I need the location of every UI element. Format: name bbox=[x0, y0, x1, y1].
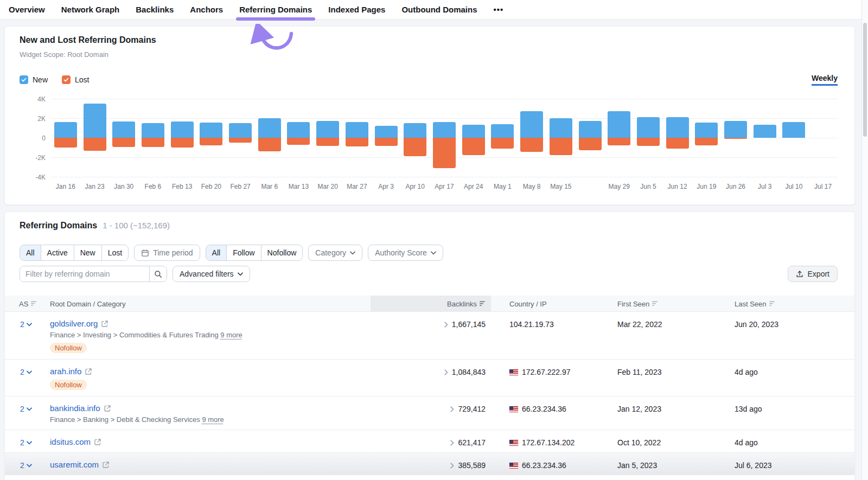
as-value[interactable]: 2 bbox=[5, 360, 43, 376]
chart-bar-group[interactable]: Feb 13 bbox=[168, 99, 197, 177]
page-scrollbar[interactable] bbox=[861, 0, 868, 480]
chart-bar-group[interactable]: Jun 26 bbox=[721, 99, 750, 177]
table-row[interactable]: 2 goldsilver.org Finance > Investing > C… bbox=[5, 312, 854, 360]
table-row[interactable]: 2 idsitus.com 621,417 172.67.134.202 Oct… bbox=[5, 430, 854, 453]
expand-row-icon[interactable] bbox=[450, 440, 454, 446]
table-row[interactable]: 2 usaremit.com 385,589 66.23.234.36 Jan … bbox=[5, 453, 854, 475]
time-period-label: Time period bbox=[153, 248, 193, 257]
expand-row-icon[interactable] bbox=[444, 322, 448, 328]
domain-link[interactable]: bankindia.info bbox=[50, 404, 100, 413]
external-link-icon bbox=[94, 439, 101, 445]
table-row[interactable]: 2 bankindia.info Finance > Banking > Deb… bbox=[5, 396, 854, 430]
column-header-root-domain[interactable]: Root Domain / Category bbox=[43, 300, 371, 308]
chart-bar-group[interactable]: Jul 3 bbox=[750, 99, 780, 177]
tab-outbound-domains[interactable]: Outbound Domains bbox=[401, 0, 477, 20]
follow-filter-all[interactable]: All bbox=[206, 245, 227, 260]
as-value[interactable]: 2 bbox=[5, 312, 43, 329]
expand-row-icon[interactable] bbox=[450, 463, 454, 469]
lost-bar bbox=[695, 138, 718, 145]
expand-row-icon[interactable] bbox=[450, 406, 454, 412]
column-header-country-ip[interactable]: Country / IP bbox=[491, 300, 616, 308]
export-button[interactable]: Export bbox=[788, 266, 838, 282]
column-header-first-seen[interactable]: First Seen bbox=[616, 300, 732, 308]
chart-bar-group[interactable]: Apr 3 bbox=[372, 99, 401, 177]
chart-bar-group[interactable]: Mar 13 bbox=[284, 99, 314, 177]
chart-bar-group[interactable]: Feb 6 bbox=[138, 99, 168, 177]
chart-bar-group[interactable]: Feb 20 bbox=[197, 99, 226, 177]
follow-filter-follow[interactable]: Follow bbox=[226, 245, 260, 260]
new-lost-bar-chart: 4K2K0-2K-4K Jan 16Jan 23Jan 30Feb 6Feb 1… bbox=[15, 99, 838, 177]
chart-bar-group[interactable]: Jun 19 bbox=[692, 99, 721, 177]
chart-bar-group[interactable]: May 15 bbox=[546, 99, 576, 177]
tab-anchors[interactable]: Anchors bbox=[190, 0, 223, 20]
ip-address: 66.23.234.36 bbox=[522, 405, 566, 413]
referring-domains-table-card: Referring Domains 1 - 100 (~152,169) All… bbox=[4, 212, 855, 480]
advanced-filters-dropdown[interactable]: Advanced filters bbox=[173, 266, 250, 282]
chart-bar-group[interactable]: Jul 10 bbox=[780, 99, 809, 177]
chart-bar-group[interactable]: Apr 10 bbox=[400, 99, 430, 177]
x-axis-tick: Jan 23 bbox=[80, 183, 110, 190]
follow-filter-nofollow[interactable]: Nofollow bbox=[261, 245, 303, 260]
us-flag-icon bbox=[509, 463, 518, 469]
chart-bar-group[interactable]: Jul 17 bbox=[808, 99, 838, 177]
lost-bar bbox=[491, 138, 514, 149]
search-button[interactable] bbox=[149, 266, 167, 281]
as-value[interactable]: 2 bbox=[5, 453, 43, 470]
ip-address: 172.67.222.97 bbox=[522, 368, 571, 376]
chart-bar-group[interactable]: May 8 bbox=[517, 99, 546, 177]
domain-link[interactable]: usaremit.com bbox=[50, 460, 99, 469]
weekly-period-toggle[interactable]: Weekly bbox=[812, 74, 838, 86]
chart-bar-group[interactable]: Mar 27 bbox=[342, 99, 372, 177]
chart-bar-group[interactable]: Jun 5 bbox=[634, 99, 663, 177]
y-axis-tick: -4K bbox=[35, 174, 46, 181]
category-dropdown[interactable]: Category bbox=[308, 245, 362, 261]
chart-bar-group[interactable]: Jan 16 bbox=[51, 99, 80, 177]
domain-link[interactable]: goldsilver.org bbox=[50, 319, 98, 328]
status-filter-all[interactable]: All bbox=[20, 245, 41, 260]
chart-bar-group[interactable]: Apr 24 bbox=[459, 99, 488, 177]
more-categories-link[interactable]: 9 more bbox=[220, 331, 242, 339]
column-header-backlinks[interactable]: Backlinks bbox=[371, 296, 491, 312]
chart-bar-group[interactable]: May 29 bbox=[604, 99, 634, 177]
time-period-button[interactable]: Time period bbox=[134, 245, 200, 261]
domain-link[interactable]: idsitus.com bbox=[50, 437, 91, 446]
column-header-last-seen[interactable]: Last Seen bbox=[732, 300, 854, 308]
checkbox-checked-icon bbox=[20, 75, 28, 84]
checkbox-checked-icon bbox=[62, 75, 71, 84]
x-axis-tick: Feb 6 bbox=[138, 183, 168, 190]
column-header-as[interactable]: AS bbox=[5, 300, 43, 308]
chart-bar-group[interactable]: Mar 6 bbox=[255, 99, 284, 177]
lost-bar bbox=[229, 138, 252, 143]
more-tabs-button[interactable]: ••• bbox=[494, 5, 504, 14]
as-value[interactable]: 2 bbox=[5, 396, 43, 413]
chart-bar-group[interactable]: Feb 27 bbox=[226, 99, 255, 177]
domain-filter-input[interactable] bbox=[20, 266, 149, 281]
tab-network-graph[interactable]: Network Graph bbox=[61, 0, 120, 20]
tab-indexed-pages[interactable]: Indexed Pages bbox=[328, 0, 385, 20]
scrollbar-thumb[interactable] bbox=[863, 23, 867, 137]
more-categories-link[interactable]: 9 more bbox=[202, 415, 224, 424]
tab-referring-domains[interactable]: Referring Domains bbox=[239, 0, 312, 20]
as-value[interactable]: 2 bbox=[5, 430, 43, 447]
chart-bar-group[interactable]: Mar 20 bbox=[313, 99, 342, 177]
chart-bar-group[interactable] bbox=[576, 99, 605, 177]
status-filter-new[interactable]: New bbox=[74, 245, 101, 260]
expand-row-icon[interactable] bbox=[444, 369, 448, 375]
x-axis-tick: Feb 27 bbox=[226, 183, 255, 190]
chart-bar-group[interactable]: Apr 17 bbox=[430, 99, 459, 177]
chart-bar-group[interactable]: Jun 12 bbox=[663, 99, 692, 177]
table-row[interactable]: 2 arah.info Nofollow 1,084,843 172.67.22… bbox=[5, 360, 854, 396]
tab-backlinks[interactable]: Backlinks bbox=[136, 0, 174, 20]
advanced-filters-label: Advanced filters bbox=[180, 270, 234, 278]
status-filter-active[interactable]: Active bbox=[41, 245, 74, 260]
domain-link[interactable]: arah.info bbox=[50, 367, 81, 376]
chart-bar-group[interactable]: May 1 bbox=[488, 99, 518, 177]
tab-overview[interactable]: Overview bbox=[9, 0, 45, 20]
chart-bar-group[interactable]: Jan 23 bbox=[80, 99, 110, 177]
new-checkbox[interactable]: New bbox=[20, 75, 48, 84]
new-bar bbox=[375, 126, 398, 138]
lost-checkbox[interactable]: Lost bbox=[62, 75, 89, 84]
status-filter-lost[interactable]: Lost bbox=[101, 245, 128, 260]
chart-bar-group[interactable]: Jan 30 bbox=[109, 99, 138, 177]
authority-score-dropdown[interactable]: Authority Score bbox=[368, 245, 443, 261]
